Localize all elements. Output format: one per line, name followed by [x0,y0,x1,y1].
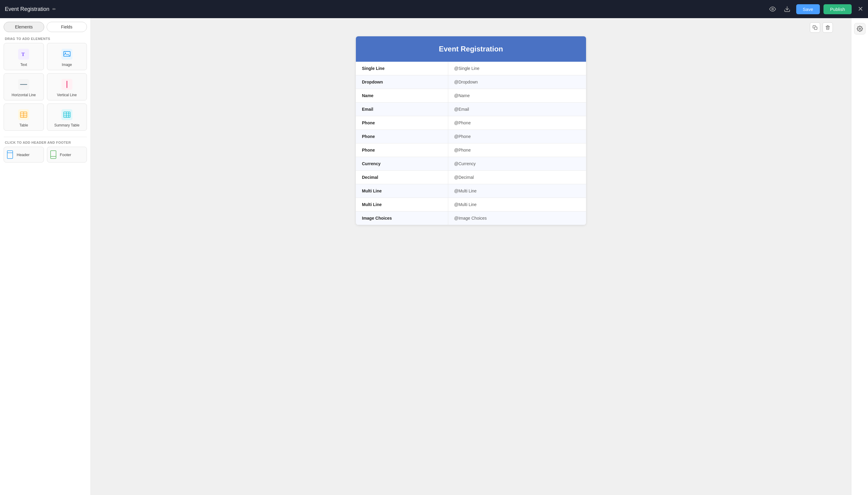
element-image[interactable]: Image [47,43,87,70]
vline-element-label: Vertical Line [57,93,77,97]
svg-point-6 [65,53,66,54]
topbar-left: Event Registration ✏ [5,6,56,12]
row-value: @Name [448,89,586,103]
click-section-label: CLICK TO ADD HEADER AND FOOTER [0,139,91,147]
sidebar-separator [4,137,87,137]
table-element-icon [18,109,30,121]
footer-card-label: Footer [60,153,71,157]
copy-element-button[interactable] [810,22,820,33]
close-button[interactable]: ✕ [858,5,863,13]
delete-element-button[interactable] [822,22,833,33]
canvas-toolbar [810,22,833,33]
table-row: Email @Email [356,103,586,116]
row-value: @Dropdown [448,75,586,89]
edit-title-icon[interactable]: ✏ [52,7,56,12]
row-value: @Phone [448,143,586,157]
svg-rect-26 [814,27,817,30]
tab-fields[interactable]: Fields [47,22,87,32]
row-label: Phone [356,116,448,130]
hline-element-icon [18,79,30,90]
row-value: @Multi Line [448,198,586,211]
row-label: Email [356,103,448,116]
form-card: Event Registration Single Line @Single L… [356,36,586,225]
table-row: Dropdown @Dropdown [356,75,586,89]
row-value: @Decimal [448,171,586,184]
table-row: Image Choices @Image Choices [356,211,586,225]
row-value: @Phone [448,130,586,143]
preview-button[interactable] [767,4,778,15]
sidebar-tabs: Elements Fields [0,18,91,32]
sidebar: Elements Fields DRAG TO ADD ELEMENTS T T… [0,18,91,495]
topbar: Event Registration ✏ Save Publish ✕ [0,0,868,18]
table-row: Phone @Phone [356,130,586,143]
svg-rect-24 [51,151,56,158]
row-label: Decimal [356,171,448,184]
text-element-label: Text [20,63,27,67]
image-element-icon [61,48,73,60]
row-label: Image Choices [356,211,448,225]
hline-element-label: Horizontal Line [12,93,36,97]
row-label: Multi Line [356,198,448,211]
svg-point-27 [859,28,861,30]
header-card-label: Header [17,153,30,157]
row-label: Name [356,89,448,103]
row-value: @Image Choices [448,211,586,225]
table-row: Phone @Phone [356,116,586,130]
table-row: Phone @Phone [356,143,586,157]
add-footer-card[interactable]: Footer [47,147,87,163]
footer-card-icon [50,150,57,159]
publish-button[interactable]: Publish [823,4,852,14]
svg-rect-16 [62,109,72,120]
element-vertical-line[interactable]: Vertical Line [47,73,87,100]
add-header-card[interactable]: Header [4,147,44,163]
text-element-icon: T [18,48,30,60]
element-summary-table[interactable]: Summary Table [47,103,87,131]
row-label: Dropdown [356,75,448,89]
row-label: Phone [356,143,448,157]
form-header: Event Registration [356,36,586,62]
download-button[interactable] [782,4,792,15]
topbar-right: Save Publish ✕ [767,4,863,15]
form-table: Single Line @Single Line Dropdown @Dropd… [356,62,586,225]
row-label: Single Line [356,62,448,75]
elements-grid: T Text Image [0,43,91,136]
summary-table-element-label: Summary Table [54,123,79,127]
settings-button[interactable] [854,23,866,34]
main-layout: Elements Fields DRAG TO ADD ELEMENTS T T… [0,18,868,495]
row-value: @Multi Line [448,184,586,198]
row-value: @Email [448,103,586,116]
svg-text:T: T [21,52,25,57]
table-row: Name @Name [356,89,586,103]
canvas-area: Event Registration Single Line @Single L… [91,18,851,495]
table-row: Single Line @Single Line [356,62,586,75]
row-value: @Phone [448,116,586,130]
row-value: @Single Line [448,62,586,75]
table-row: Multi Line @Multi Line [356,184,586,198]
right-panel [851,18,868,495]
table-element-label: Table [19,123,28,127]
element-text[interactable]: T Text [4,43,44,70]
element-horizontal-line[interactable]: Horizontal Line [4,73,44,100]
row-label: Multi Line [356,184,448,198]
element-table[interactable]: Table [4,103,44,131]
svg-rect-4 [62,49,72,59]
row-label: Phone [356,130,448,143]
table-row: Currency @Currency [356,157,586,171]
tab-elements[interactable]: Elements [4,22,44,32]
form-title: Event Registration [362,45,580,53]
table-row: Decimal @Decimal [356,171,586,184]
vline-element-icon [61,79,73,90]
table-row: Multi Line @Multi Line [356,198,586,211]
drag-section-label: DRAG TO ADD ELEMENTS [0,32,91,43]
svg-rect-22 [7,151,13,158]
row-label: Currency [356,157,448,171]
save-button[interactable]: Save [796,4,820,14]
footer-header-grid: Header Footer [0,147,91,167]
row-value: @Currency [448,157,586,171]
header-card-icon [6,150,14,159]
svg-point-0 [772,8,773,10]
app-title: Event Registration [5,6,49,12]
image-element-label: Image [62,63,72,67]
summary-table-element-icon [61,109,73,121]
